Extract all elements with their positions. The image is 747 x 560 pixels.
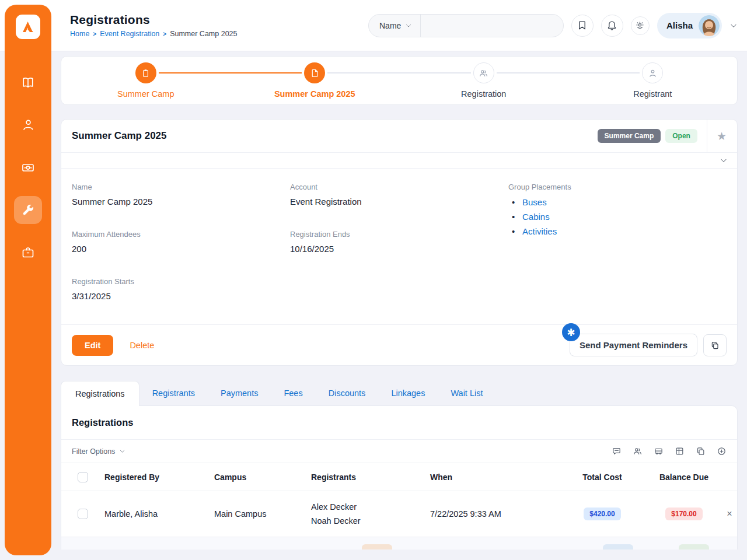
- filter-options-label: Filter Options: [72, 447, 115, 456]
- people-icon[interactable]: [633, 446, 643, 456]
- search-filter-dropdown[interactable]: Name: [369, 15, 421, 37]
- send-payment-reminders-button[interactable]: ✱ Send Payment Reminders: [570, 334, 697, 356]
- campus-cell: Main Campus: [214, 509, 311, 519]
- group-placement-buses-link[interactable]: Buses: [522, 197, 547, 207]
- field-label: Group Placements: [508, 183, 727, 191]
- group-placement-cabins-link[interactable]: Cabins: [522, 212, 550, 222]
- field-value: 3/31/2025: [72, 291, 290, 301]
- column-header[interactable]: Registrants: [311, 473, 430, 482]
- breadcrumb-current: Summer Camp 2025: [170, 30, 237, 38]
- delete-row-icon[interactable]: ×: [722, 509, 737, 519]
- copy-icon[interactable]: [696, 446, 706, 456]
- step-label: Summer Camp: [117, 89, 174, 99]
- sidebar-item-people[interactable]: [14, 111, 42, 139]
- total-cost-badge: $420.00: [584, 508, 620, 520]
- step-registrant[interactable]: Registrant: [568, 57, 738, 104]
- page-title: Registrations: [70, 13, 238, 27]
- table-row[interactable]: Marble, Alisha Main Campus Alex Decker N…: [61, 491, 737, 537]
- tab-wait-list[interactable]: Wait List: [438, 381, 495, 405]
- row-checkbox[interactable]: [78, 509, 88, 519]
- sidebar-item-toolbox[interactable]: [14, 239, 42, 267]
- tab-discounts[interactable]: Discounts: [316, 381, 379, 405]
- communicate-icon[interactable]: [612, 446, 622, 456]
- tab-registrations[interactable]: Registrations: [61, 381, 139, 406]
- column-header[interactable]: Registered By: [104, 473, 214, 482]
- toolbox-icon: [21, 246, 35, 260]
- clipboard-icon: [135, 62, 156, 83]
- table-row-partial: [61, 537, 737, 550]
- bookmarks-button[interactable]: [571, 15, 594, 37]
- edit-button[interactable]: Edit: [72, 335, 113, 356]
- step-summer-camp-2025[interactable]: Summer Camp 2025: [231, 57, 400, 104]
- tab-payments[interactable]: Payments: [208, 381, 271, 405]
- sidebar-item-tools[interactable]: [14, 196, 42, 224]
- wrench-icon: [21, 203, 35, 217]
- badge: [679, 544, 709, 550]
- sidebar-item-library[interactable]: [14, 68, 42, 96]
- field-max-attendees: Maximum Attendees 200: [72, 230, 290, 254]
- filter-options-toggle[interactable]: Filter Options: [72, 447, 125, 456]
- table-header-row: Registered By Campus Registrants When To…: [61, 463, 737, 491]
- list-item: Cabins: [508, 212, 727, 222]
- delete-button[interactable]: Delete: [130, 341, 154, 350]
- notifications-button[interactable]: [601, 15, 623, 37]
- column-header[interactable]: Total Cost: [558, 473, 646, 482]
- field-value: 10/16/2025: [290, 244, 508, 254]
- field-label: Maximum Attendees: [72, 230, 290, 239]
- file-icon: [304, 62, 325, 83]
- registrant-name: Noah Decker: [311, 514, 430, 528]
- status-badge: Open: [665, 129, 697, 143]
- tab-registrants[interactable]: Registrants: [139, 381, 208, 405]
- field-registration-ends: Registration Ends 10/16/2025: [290, 230, 508, 254]
- people-icon: [473, 62, 494, 83]
- copy-link-button[interactable]: [703, 334, 727, 356]
- tab-linkages[interactable]: Linkages: [378, 381, 438, 405]
- badge: [362, 544, 392, 550]
- bell-icon: [606, 20, 617, 31]
- rock-logo[interactable]: [16, 15, 40, 39]
- badge: [603, 544, 633, 550]
- book-icon: [21, 75, 35, 89]
- breadcrumb-separator: >: [93, 31, 96, 37]
- field-registration-starts: Registration Starts 3/31/2025: [72, 277, 290, 301]
- registration-instance-panel: Summer Camp 2025 Summer Camp Open ★ Name…: [61, 119, 738, 366]
- table-icon[interactable]: [675, 446, 685, 456]
- breadcrumb: Home > Event Registration > Summer Camp …: [70, 30, 238, 38]
- rock-logo-icon: [20, 19, 36, 34]
- bus-icon[interactable]: [654, 446, 664, 456]
- user-name: Alisha: [666, 20, 693, 30]
- chevron-down-icon: [405, 22, 412, 29]
- group-placements-list: Buses Cabins Activities: [508, 197, 727, 236]
- tab-fees[interactable]: Fees: [271, 381, 315, 405]
- global-search: Name: [368, 14, 564, 37]
- column-header[interactable]: When: [430, 473, 558, 482]
- breadcrumb-separator: >: [163, 31, 166, 37]
- step-summer-camp[interactable]: Summer Camp: [61, 57, 231, 104]
- money-icon: [21, 160, 35, 174]
- chevron-down-icon[interactable]: [729, 22, 738, 30]
- wizard-stepper: Summer Camp Summer Camp 2025 Registratio…: [61, 56, 738, 105]
- list-item: Buses: [508, 197, 727, 207]
- registrations-grid-panel: Registrations Filter Options: [61, 405, 738, 550]
- divider: [707, 120, 707, 152]
- group-placement-activities-link[interactable]: Activities: [522, 226, 557, 236]
- breadcrumb-home[interactable]: Home: [70, 30, 89, 38]
- collapse-toggle[interactable]: [61, 152, 737, 168]
- theme-toggle-button[interactable]: [631, 16, 650, 35]
- user-menu[interactable]: Alisha: [657, 13, 722, 38]
- field-label: Registration Ends: [290, 230, 508, 239]
- send-payment-reminders-label: Send Payment Reminders: [580, 340, 687, 350]
- star-icon[interactable]: ★: [717, 130, 727, 143]
- column-header[interactable]: Campus: [214, 473, 311, 482]
- add-icon[interactable]: [717, 446, 727, 456]
- template-badge: Summer Camp: [598, 129, 661, 143]
- breadcrumb-event-registration[interactable]: Event Registration: [100, 30, 159, 38]
- select-all-checkbox[interactable]: [78, 472, 88, 482]
- registrants-cell: Alex Decker Noah Decker: [311, 500, 430, 528]
- step-label: Summer Camp 2025: [274, 89, 355, 99]
- column-header[interactable]: Balance Due: [646, 473, 722, 482]
- search-input[interactable]: [421, 15, 563, 37]
- sidebar-item-finance[interactable]: [14, 153, 42, 181]
- step-registration[interactable]: Registration: [399, 57, 568, 104]
- bookmark-icon: [577, 20, 588, 31]
